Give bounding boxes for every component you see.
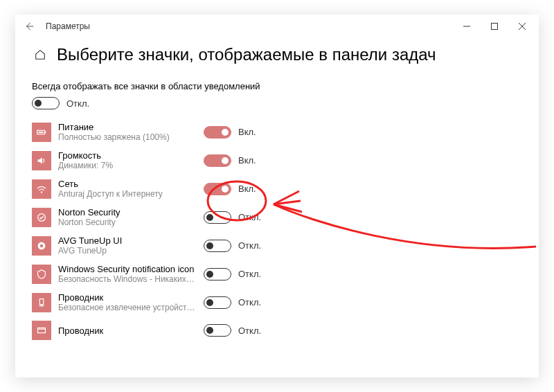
item-toggle-label: Откл. [238, 269, 261, 279]
toggle-area: Откл. [204, 240, 261, 252]
item-toggle[interactable] [204, 126, 231, 139]
item-toggle-label: Вкл. [238, 127, 256, 137]
item-title: Громкость [58, 150, 204, 161]
item-toggle-label: Откл. [238, 240, 261, 251]
toggle-area: Откл. [204, 324, 261, 337]
battery-icon [32, 123, 51, 142]
svg-point-7 [41, 191, 42, 193]
svg-rect-1 [492, 24, 498, 30]
toggle-area: Вкл. [204, 183, 256, 195]
master-toggle-label: Откл. [66, 98, 89, 109]
item-toggle[interactable] [204, 183, 231, 195]
maximize-button[interactable] [481, 15, 508, 37]
toggle-area: Вкл. [204, 126, 256, 139]
titlebar: Параметры [15, 15, 539, 38]
item-toggle[interactable] [204, 296, 231, 309]
wifi-icon [32, 179, 51, 199]
toggle-area: Вкл. [204, 154, 256, 167]
item-text: ПроводникБезопасное извлечение устройств… [58, 292, 204, 312]
setting-row: ПитаниеПолностью заряжена (100%)Вкл. [32, 122, 522, 142]
svg-rect-6 [39, 132, 44, 133]
item-subtitle: Norton Security [58, 217, 197, 227]
svg-point-8 [38, 213, 46, 221]
setting-row: ПроводникБезопасное извлечение устройств… [32, 292, 522, 312]
svg-rect-5 [45, 131, 46, 133]
item-title: Питание [58, 122, 204, 132]
setting-row: ПроводникОткл. [32, 321, 522, 340]
item-text: ГромкостьДинамики: 7% [58, 150, 204, 170]
always-show-link[interactable]: Всегда отображать все значки в области у… [32, 81, 522, 91]
item-subtitle: Безопасное извлечение устройств… [58, 303, 197, 312]
security-icon [32, 265, 51, 284]
item-title: Сеть [58, 179, 204, 189]
item-subtitle: Динамики: 7% [58, 161, 197, 170]
volume-icon [32, 151, 51, 170]
home-icon[interactable] [32, 46, 48, 63]
item-toggle[interactable] [204, 154, 231, 167]
item-subtitle: Полностью заряжена (100%) [58, 132, 197, 142]
setting-row: Norton SecurityNorton SecurityОткл. [32, 207, 522, 227]
item-title: Windows Security notification icon [58, 264, 204, 274]
item-toggle[interactable] [204, 324, 231, 337]
setting-row: ГромкостьДинамики: 7%Вкл. [32, 150, 522, 170]
item-title: Проводник [58, 326, 204, 336]
svg-rect-11 [39, 299, 43, 304]
item-toggle-label: Откл. [238, 212, 261, 222]
master-toggle[interactable] [32, 97, 60, 109]
item-toggle-label: Вкл. [238, 184, 256, 194]
minimize-button[interactable] [453, 15, 481, 37]
item-text: СетьAnturaj Доступ к Интернету [58, 179, 204, 199]
item-toggle[interactable] [204, 268, 231, 280]
explorer-icon [32, 293, 51, 312]
minimize-icon [463, 23, 470, 30]
maximize-icon [491, 23, 498, 30]
item-text: AVG TuneUp UIAVG TuneUp [58, 235, 204, 256]
toggle-area: Откл. [204, 211, 261, 224]
settings-window: Параметры Выберите значки, отображаемые … [15, 15, 539, 377]
arrow-left-icon [24, 21, 34, 31]
avg-icon [32, 236, 51, 256]
item-text: ПитаниеПолностью заряжена (100%) [58, 122, 204, 142]
item-toggle[interactable] [204, 240, 231, 252]
item-subtitle: Безопасность Windows - Никаких… [58, 274, 197, 284]
setting-row: Windows Security notification iconБезопа… [32, 264, 522, 284]
item-title: Norton Security [58, 207, 204, 217]
setting-row: СетьAnturaj Доступ к ИнтернетуВкл. [32, 179, 522, 199]
norton-icon [32, 208, 51, 227]
close-button[interactable] [508, 15, 536, 37]
item-toggle-label: Вкл. [238, 155, 256, 166]
page-heading: Выберите значки, отображаемые в панели з… [57, 45, 436, 64]
item-toggle-label: Откл. [238, 326, 261, 336]
item-text: Проводник [58, 326, 204, 336]
item-title: Проводник [58, 292, 204, 303]
item-subtitle: AVG TuneUp [58, 246, 197, 256]
window-title: Параметры [46, 21, 453, 31]
item-toggle[interactable] [204, 211, 231, 224]
close-icon [519, 23, 526, 30]
svg-point-10 [40, 244, 44, 247]
back-button[interactable] [18, 15, 40, 37]
toggle-area: Откл. [204, 296, 261, 309]
svg-rect-12 [38, 328, 46, 332]
setting-row: AVG TuneUp UIAVG TuneUpОткл. [32, 235, 522, 256]
explorer2-icon [32, 321, 51, 340]
item-title: AVG TuneUp UI [58, 235, 204, 246]
item-subtitle: Anturaj Доступ к Интернету [58, 189, 197, 199]
item-toggle-label: Откл. [238, 297, 261, 308]
item-text: Norton SecurityNorton Security [58, 207, 204, 227]
toggle-area: Откл. [204, 268, 261, 280]
item-text: Windows Security notification iconБезопа… [58, 264, 204, 284]
